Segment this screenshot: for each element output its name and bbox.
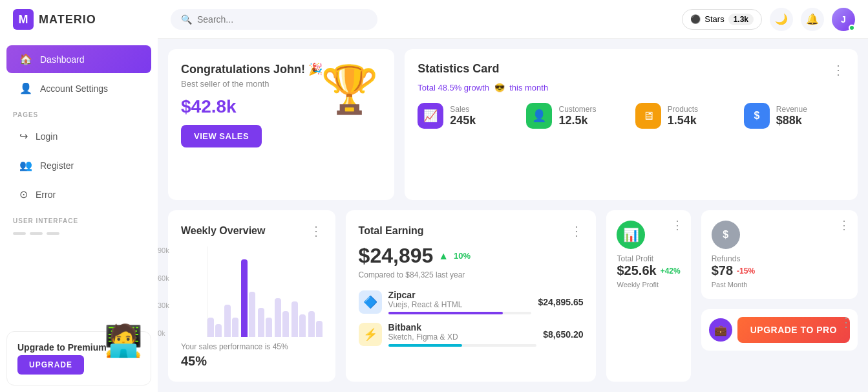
user-avatar[interactable]: J bbox=[832, 8, 855, 31]
right-mini-cards: ⋮ 📊 Total Profit $25.6k +42% Weekly Prof… bbox=[606, 210, 858, 382]
stats-subtitle: Total 48.5% growth 😎 this month bbox=[418, 83, 845, 93]
upgrade-button[interactable]: UPGRADE bbox=[17, 355, 84, 375]
sidebar-item-login[interactable]: ↪ Login bbox=[6, 122, 151, 150]
bar-purple bbox=[241, 259, 248, 337]
register-icon: 👥 bbox=[19, 159, 32, 171]
bitbank-progress-fill bbox=[388, 344, 463, 347]
stat-revenue: $ Revenue $88k bbox=[744, 103, 845, 129]
customers-icon: 👤 bbox=[526, 103, 552, 129]
y-label-90k: 90k bbox=[158, 246, 169, 254]
y-label-0k: 0k bbox=[158, 329, 169, 337]
bar-light-3 bbox=[224, 305, 231, 337]
profit-period: Weekly Profit bbox=[617, 281, 680, 289]
zipcar-progress-fill bbox=[388, 312, 503, 314]
refunds-icon: $ bbox=[712, 221, 740, 249]
stats-emoji: 😎 bbox=[494, 83, 505, 93]
revenue-label: Revenue bbox=[776, 105, 807, 114]
sales-icon: 📈 bbox=[418, 103, 443, 129]
zipcar-info: Zipcar Vuejs, React & HTML bbox=[388, 290, 532, 314]
weekly-header: Weekly Overview ⋮ bbox=[181, 223, 323, 239]
earning-item-bitbank: ⚡ Bitbank Sketch, Figma & XD $8,650.20 bbox=[359, 322, 584, 347]
logo-icon: M bbox=[13, 9, 34, 30]
bar-light-10 bbox=[291, 301, 298, 337]
error-icon: ⊙ bbox=[19, 188, 28, 201]
moon-icon: 🌙 bbox=[775, 13, 788, 25]
sidebar-item-account-settings[interactable]: 👤 Account Settings bbox=[6, 74, 151, 102]
zipcar-progress-wrap bbox=[388, 312, 532, 314]
stars-label: Stars bbox=[704, 14, 724, 24]
search-bar[interactable]: 🔍 bbox=[171, 9, 377, 30]
upgrade-pro-area: 💼 UPGRADE TO PRO ⋮ bbox=[701, 309, 858, 351]
earning-more-button[interactable]: ⋮ bbox=[570, 223, 583, 239]
sidebar-item-register[interactable]: 👥 Register bbox=[6, 151, 151, 179]
stats-subtitle-prefix: Total 48.5% growth bbox=[418, 83, 489, 93]
sidebar-item-label: Dashboard bbox=[40, 54, 85, 65]
up-arrow-icon: ▲ bbox=[438, 250, 449, 262]
sales-value: 245k bbox=[450, 114, 476, 127]
statistics-card: Statistics Card ⋮ Total 48.5% growth 😎 t… bbox=[405, 49, 858, 200]
bar-light-2 bbox=[215, 324, 222, 337]
notifications-button[interactable]: 🔔 bbox=[801, 8, 824, 31]
main-content: 🔍 ⚫ Stars 1.3k 🌙 🔔 J bbox=[158, 0, 868, 392]
online-indicator bbox=[849, 25, 855, 31]
bar-group-5 bbox=[275, 298, 289, 337]
sidebar-item-dashboard[interactable]: 🏠 Dashboard bbox=[6, 45, 151, 73]
search-icon: 🔍 bbox=[181, 14, 192, 25]
earning-title: Total Earning bbox=[359, 225, 424, 237]
zipcar-stack: Vuejs, React & HTML bbox=[388, 300, 532, 309]
trophy-icon: 🏆 bbox=[321, 62, 379, 117]
profit-more-button[interactable]: ⋮ bbox=[672, 218, 683, 232]
sidebar-item-error[interactable]: ⊙ Error bbox=[6, 180, 151, 208]
refunds-change: -15% bbox=[737, 267, 755, 276]
profit-change: +42% bbox=[661, 267, 681, 276]
weekly-percentage: 45% bbox=[181, 354, 323, 369]
profit-amount: $25.6k bbox=[617, 263, 656, 278]
upgrade-premium-box: Upgrade to Premium UPGRADE 🧑‍💻 bbox=[6, 331, 151, 386]
stats-title: Statistics Card bbox=[418, 62, 499, 76]
bar-group-3 bbox=[241, 259, 255, 337]
bottom-row: Weekly Overview ⋮ 90k 60k 30k 0k bbox=[168, 210, 858, 382]
sidebar-nav: 🏠 Dashboard 👤 Account Settings PAGES ↪ L… bbox=[0, 39, 158, 325]
stat-sales: 📈 Sales 245k bbox=[418, 103, 518, 129]
top-row: Congratulations John! 🎉 Best seller of t… bbox=[168, 49, 858, 200]
bar-light-5 bbox=[249, 292, 255, 337]
total-earning-card: Total Earning ⋮ $24,895 ▲ 10% Compared t… bbox=[346, 210, 597, 382]
user-icon: 👤 bbox=[19, 82, 32, 94]
earning-compare: Compared to $84,325 last year bbox=[359, 270, 584, 279]
refunds-more-button[interactable]: ⋮ bbox=[838, 218, 850, 232]
refunds-label: Refunds bbox=[712, 254, 847, 263]
new-project-icon: 💼 bbox=[709, 318, 732, 342]
search-input[interactable] bbox=[197, 14, 367, 25]
weekly-more-button[interactable]: ⋮ bbox=[310, 223, 323, 239]
upgrade-pro-more-button[interactable]: ⋮ bbox=[840, 314, 852, 330]
upgrade-to-pro-button[interactable]: UPGRADE TO PRO bbox=[737, 317, 850, 343]
weekly-overview-card: Weekly Overview ⋮ 90k 60k 30k 0k bbox=[168, 210, 335, 382]
earning-items-list: 🔷 Zipcar Vuejs, React & HTML $24,895.65 … bbox=[359, 290, 584, 347]
stat-products: 🖥 Products 1.54k bbox=[635, 103, 736, 129]
stars-count: 1.3k bbox=[728, 14, 754, 25]
sidebar-item-label: Register bbox=[40, 160, 74, 171]
sidebar-item-label: Account Settings bbox=[40, 83, 108, 94]
revenue-value: $88k bbox=[776, 114, 807, 127]
login-icon: ↪ bbox=[19, 130, 28, 142]
zipcar-name: Zipcar bbox=[388, 290, 532, 300]
products-icon: 🖥 bbox=[635, 103, 661, 129]
github-stars-button[interactable]: ⚫ Stars 1.3k bbox=[682, 9, 762, 30]
stats-grid: 📈 Sales 245k 👤 Customers 12.5k bbox=[418, 103, 845, 129]
github-icon: ⚫ bbox=[690, 14, 701, 24]
bar-light-12 bbox=[308, 311, 315, 337]
bar-group-7 bbox=[308, 311, 323, 337]
earning-amount: $24,895 bbox=[359, 244, 434, 268]
zipcar-amount: $24,895.65 bbox=[538, 297, 583, 307]
bitbank-amount: $8,650.20 bbox=[543, 329, 583, 340]
stat-customers: 👤 Customers 12.5k bbox=[526, 103, 627, 129]
bar-chart bbox=[207, 246, 323, 337]
bar-light-7 bbox=[266, 318, 272, 337]
view-sales-button[interactable]: VIEW SALES bbox=[181, 125, 262, 147]
stats-subtitle-suffix: this month bbox=[509, 83, 548, 93]
earning-growth: 10% bbox=[454, 251, 471, 261]
stats-more-button[interactable]: ⋮ bbox=[832, 62, 845, 78]
header: 🔍 ⚫ Stars 1.3k 🌙 🔔 J bbox=[158, 0, 868, 39]
theme-toggle-button[interactable]: 🌙 bbox=[770, 8, 793, 31]
sidebar-item-label: Error bbox=[36, 190, 56, 200]
